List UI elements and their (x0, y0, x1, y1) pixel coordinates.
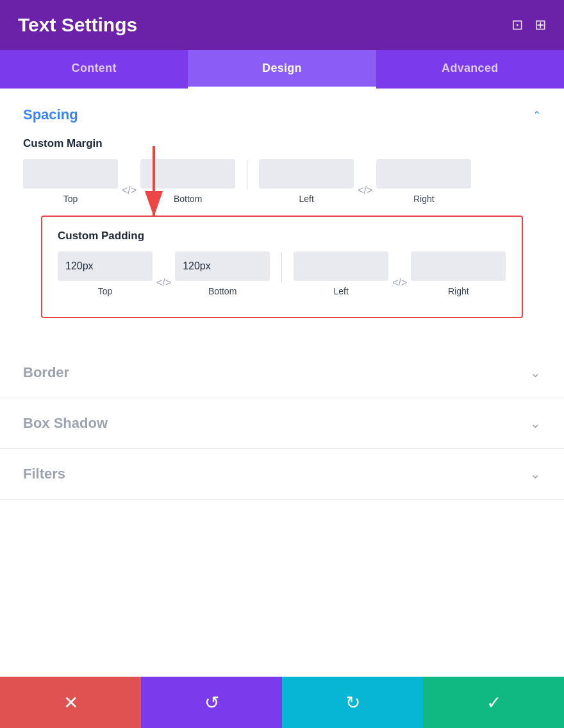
margin-right-col: Right (376, 159, 471, 204)
padding-link-right-icon[interactable]: </> (388, 277, 411, 289)
custom-padding-label: Custom Padding (58, 230, 506, 242)
save-icon: ✓ (486, 692, 501, 713)
margin-top-input[interactable] (23, 159, 118, 189)
grid-icon[interactable]: ⊞ (535, 17, 546, 33)
padding-left-label: Left (333, 286, 348, 296)
margin-bottom-input[interactable] (140, 159, 235, 189)
padding-left-right-pair: Left </> Right (294, 251, 506, 296)
tab-content[interactable]: Content (0, 50, 188, 89)
spacing-chevron-icon[interactable]: ⌃ (533, 109, 541, 121)
padding-bottom-col: Bottom (175, 251, 270, 296)
margin-link-right-icon[interactable]: </> (354, 185, 376, 196)
header-icons: ⊡ ⊞ (511, 17, 546, 33)
padding-right-label: Right (448, 286, 469, 296)
custom-margin-group: Custom Margin Top </> Bottom (23, 137, 541, 204)
padding-divider (281, 253, 282, 282)
margin-divider (247, 160, 247, 190)
border-chevron-icon[interactable]: ⌄ (530, 365, 541, 380)
box-shadow-title: Box Shadow (23, 415, 108, 432)
border-section: Border ⌄ (0, 348, 564, 398)
padding-top-col: Top (58, 251, 153, 296)
margin-right-label: Right (413, 194, 435, 204)
footer: ✕ ↺ ↻ ✓ (0, 677, 564, 728)
box-shadow-chevron-icon[interactable]: ⌄ (530, 416, 541, 431)
filters-chevron-icon[interactable]: ⌄ (530, 466, 541, 482)
margin-link-icon[interactable]: </> (118, 185, 140, 196)
spacing-header: Spacing ⌃ (23, 106, 541, 123)
padding-top-bottom-pair: Top </> Bottom (58, 251, 270, 296)
margin-left-input[interactable] (259, 159, 354, 189)
custom-padding-group: Custom Padding Top </> Bottom (41, 216, 523, 318)
cancel-icon: ✕ (63, 692, 78, 713)
margin-fields-row: Top </> Bottom Left (23, 159, 541, 204)
undo-icon: ↺ (204, 692, 219, 713)
margin-left-label: Left (299, 194, 313, 204)
redo-button[interactable]: ↻ (282, 677, 423, 728)
padding-right-input[interactable] (411, 251, 506, 281)
margin-left-col: Left (259, 159, 354, 204)
padding-bottom-label: Bottom (208, 286, 236, 296)
border-title: Border (23, 364, 69, 381)
panel: Text Settings ⊡ ⊞ Content Design Advance… (0, 0, 564, 728)
margin-top-label: Top (63, 194, 78, 204)
margin-bottom-label: Bottom (174, 194, 202, 204)
focus-icon[interactable]: ⊡ (511, 17, 523, 33)
save-button[interactable]: ✓ (423, 677, 564, 728)
tab-design[interactable]: Design (188, 50, 376, 89)
margin-bottom-col: Bottom (140, 159, 235, 204)
filters-title: Filters (23, 466, 65, 482)
margin-left-right-pair: Left </> Right (259, 159, 471, 204)
margin-top-bottom-pair: Top </> Bottom (23, 159, 235, 204)
margin-top-col: Top (23, 159, 118, 204)
tab-advanced[interactable]: Advanced (376, 50, 564, 89)
box-shadow-section: Box Shadow ⌄ (0, 398, 564, 449)
spacing-title: Spacing (23, 106, 78, 123)
padding-left-input[interactable] (294, 251, 388, 281)
spacing-section: Spacing ⌃ Custom Margin Top </> B (0, 89, 564, 348)
redo-icon: ↻ (345, 692, 360, 713)
padding-link-icon[interactable]: </> (153, 277, 175, 289)
padding-fields-row: Top </> Bottom Left (58, 251, 506, 296)
padding-top-label: Top (98, 286, 113, 296)
padding-top-input[interactable] (58, 251, 153, 281)
margin-right-input[interactable] (376, 159, 471, 189)
cancel-button[interactable]: ✕ (0, 677, 141, 728)
padding-bottom-input[interactable] (175, 251, 270, 281)
content-area[interactable]: Spacing ⌃ Custom Margin Top </> B (0, 89, 564, 677)
custom-margin-label: Custom Margin (23, 137, 541, 150)
padding-left-col: Left (294, 251, 388, 296)
header: Text Settings ⊡ ⊞ (0, 0, 564, 50)
filters-section: Filters ⌄ (0, 449, 564, 500)
panel-title: Text Settings (18, 14, 137, 36)
padding-right-col: Right (411, 251, 506, 296)
tabs: Content Design Advanced (0, 50, 564, 89)
undo-button[interactable]: ↺ (141, 677, 282, 728)
